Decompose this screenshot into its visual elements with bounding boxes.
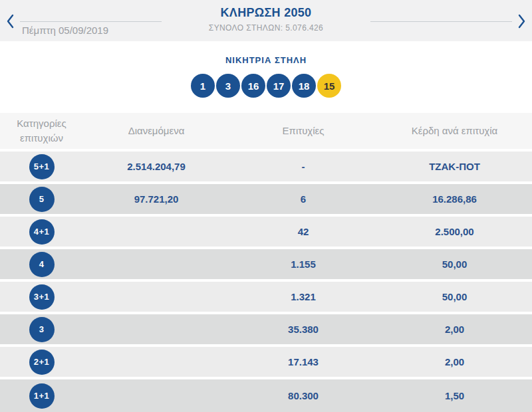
column-header-prize: Κέρδη ανά επιτυχία [377,124,532,138]
winning-number-ball: 16 [241,74,265,98]
prize-cell: ΤΖΑΚ-ΠΟΤ [377,161,532,172]
table-row: 4+1 42 2.500,00 [0,217,532,247]
prize-cell: 2.500,00 [377,226,532,237]
prize-cell: 16.286,86 [377,193,532,205]
wins-cell: 80.300 [229,390,377,401]
total-columns: ΣΥΝΟΛΟ ΣΤΗΛΩΝ: 5.076.426 [166,23,366,33]
category-badge: 5+1 [29,154,55,179]
winning-column-label: ΝΙΚΗΤΡΙΑ ΣΤΗΛΗ [0,55,532,65]
table-row: 1+1 80.300 1,50 [0,379,532,412]
category-badge: 2+1 [29,350,55,375]
wins-cell: 1.155 [229,258,377,270]
wins-cell: 42 [229,226,377,237]
wins-cell: 35.380 [229,324,377,335]
distributed-cell: 2.514.204,79 [83,161,229,172]
joker-number-ball: 15 [317,74,341,98]
wins-cell: - [229,161,377,172]
table-row: 5 97.721,20 6 16.286,86 [0,184,532,214]
table-row: 2+1 17.143 2,00 [0,347,532,377]
table-header-row: Κατηγορίες επιτυχιών Διανεμόμενα Επιτυχί… [0,113,532,149]
category-badge: 4 [29,252,55,277]
winning-number-ball: 17 [267,74,291,98]
table-row: 3 35.380 2,00 [0,314,532,344]
category-badge: 5 [29,187,55,212]
draw-header: Πέμπτη 05/09/2019 ΚΛΗΡΩΣΗ 2050 ΣΥΝΟΛΟ ΣΤ… [0,0,532,41]
chevron-right-icon [513,13,529,30]
category-badge: 3+1 [29,284,55,310]
distributed-cell: 97.721,20 [83,193,229,205]
prize-cell: 2,00 [377,356,532,367]
winning-numbers: 1 3 16 17 18 15 [0,74,532,98]
winning-column-section: ΝΙΚΗΤΡΙΑ ΣΤΗΛΗ 1 3 16 17 18 15 [0,41,532,98]
table-row: 3+1 1.321 50,00 [0,282,532,312]
prev-draw-button[interactable] [3,13,19,30]
prize-cell: 2,00 [377,324,532,335]
prize-cell: 1,50 [377,390,532,401]
category-badge: 1+1 [29,383,55,409]
chevron-left-icon [3,13,19,30]
column-header-distributed: Διανεμόμενα [83,124,229,138]
category-badge: 4+1 [29,219,55,245]
wins-cell: 1.321 [229,291,377,302]
results-table: Κατηγορίες επιτυχιών Διανεμόμενα Επιτυχί… [0,113,532,412]
draw-title: ΚΛΗΡΩΣΗ 2050 [166,6,366,20]
category-badge: 3 [29,317,55,342]
table-body: 5+1 2.514.204,79 - ΤΖΑΚ-ΠΟΤ 5 97.721,20 … [0,152,532,412]
wins-cell: 6 [229,193,377,205]
draw-date: Πέμπτη 05/09/2019 [22,25,108,36]
divider-line [370,21,512,22]
column-header-wins: Επιτυχίες [229,124,377,138]
column-header-categories: Κατηγορίες επιτυχιών [0,116,83,146]
table-row: 5+1 2.514.204,79 - ΤΖΑΚ-ΠΟΤ [0,152,532,181]
winning-number-ball: 18 [292,74,316,98]
next-draw-button[interactable] [513,13,529,30]
prize-cell: 50,00 [377,291,532,302]
prize-cell: 50,00 [377,258,532,270]
wins-cell: 17.143 [229,356,377,367]
winning-number-ball: 3 [216,74,240,98]
divider-line [20,21,162,22]
table-row: 4 1.155 50,00 [0,249,532,279]
winning-number-ball: 1 [191,74,215,98]
